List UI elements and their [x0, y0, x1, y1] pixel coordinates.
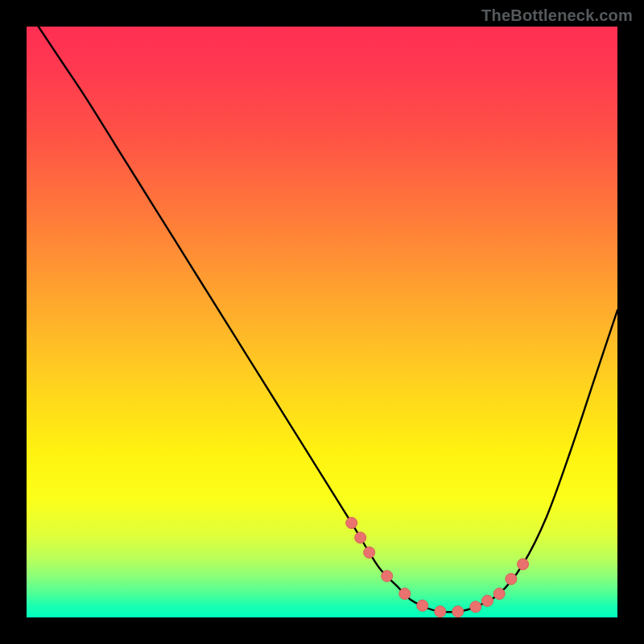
chart-frame: TheBottleneck.com: [0, 0, 644, 644]
plot-area: [27, 27, 617, 617]
curve-svg: [27, 27, 617, 617]
highlight-dot: [435, 606, 446, 617]
highlight-dot: [399, 588, 411, 600]
watermark-text: TheBottleneck.com: [481, 6, 633, 25]
bottleneck-curve: [39, 27, 617, 612]
highlight-dot: [355, 532, 366, 543]
highlight-dot: [506, 573, 517, 584]
highlight-dot: [518, 559, 529, 570]
highlight-dot: [364, 547, 375, 558]
highlight-markers: [346, 518, 529, 617]
highlight-dot: [382, 571, 393, 582]
highlight-dot: [417, 600, 428, 611]
highlight-dot: [482, 595, 493, 606]
highlight-dot: [470, 601, 481, 613]
highlight-dot: [493, 588, 505, 600]
highlight-dot: [346, 518, 357, 529]
highlight-dot: [452, 606, 464, 617]
